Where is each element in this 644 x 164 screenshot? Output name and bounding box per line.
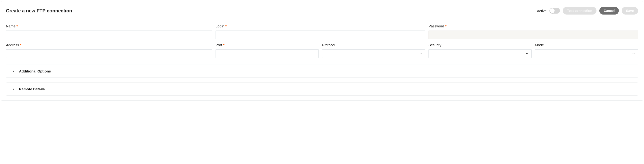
name-label-text: Name: [6, 24, 16, 28]
protocol-label-text: Protocol: [322, 43, 335, 47]
name-field-group: Name *: [6, 24, 212, 39]
required-mark: *: [16, 24, 18, 28]
mode-label-text: Mode: [535, 43, 544, 47]
toggle-knob: [550, 8, 555, 13]
login-label-text: Login: [216, 24, 224, 28]
port-label-text: Port: [216, 43, 222, 47]
login-input[interactable]: [216, 31, 425, 39]
mode-select[interactable]: [535, 49, 638, 58]
cancel-button[interactable]: Cancel: [599, 7, 619, 15]
mode-label: Mode: [535, 43, 638, 47]
ftp-connection-form: Create a new FTP connection Active Test …: [1, 1, 643, 101]
address-label-text: Address: [6, 43, 19, 47]
password-input[interactable]: [428, 31, 638, 39]
port-label: Port *: [216, 43, 319, 47]
form-header: Create a new FTP connection Active Test …: [6, 7, 638, 15]
active-toggle[interactable]: [550, 8, 560, 14]
mode-field-group: Mode: [535, 43, 638, 58]
name-input[interactable]: [6, 31, 212, 39]
additional-options-section[interactable]: Additional Options: [6, 65, 638, 78]
save-button[interactable]: Save: [622, 7, 638, 15]
address-input[interactable]: [6, 49, 212, 58]
required-mark: *: [20, 43, 22, 47]
password-label: Password *: [428, 24, 638, 28]
additional-options-title: Additional Options: [19, 69, 51, 73]
security-label: Security: [428, 43, 532, 47]
required-mark: *: [223, 43, 224, 47]
test-connection-button[interactable]: Test connection: [563, 7, 596, 15]
port-field-group: Port *: [216, 43, 319, 58]
protocol-select[interactable]: [322, 49, 425, 58]
security-label-text: Security: [428, 43, 441, 47]
protocol-field-group: Protocol: [322, 43, 425, 58]
address-field-group: Address *: [6, 43, 212, 58]
security-field-group: Security: [428, 43, 532, 58]
active-label: Active: [537, 9, 546, 13]
login-field-group: Login *: [216, 24, 425, 39]
chevron-right-icon: [12, 70, 15, 73]
remote-details-title: Remote Details: [19, 87, 45, 91]
login-label: Login *: [216, 24, 425, 28]
password-field-group: Password *: [428, 24, 638, 39]
address-label: Address *: [6, 43, 212, 47]
page-title: Create a new FTP connection: [6, 8, 72, 14]
protocol-label: Protocol: [322, 43, 425, 47]
remote-details-section[interactable]: Remote Details: [6, 83, 638, 96]
required-mark: *: [225, 24, 227, 28]
password-label-text: Password: [428, 24, 444, 28]
fields-grid: Name * Login * Password * Address *: [6, 24, 638, 58]
name-label: Name *: [6, 24, 212, 28]
header-actions: Active Test connection Cancel Save: [537, 7, 638, 15]
required-mark: *: [445, 24, 446, 28]
chevron-right-icon: [12, 88, 15, 91]
port-input[interactable]: [216, 49, 319, 58]
security-select[interactable]: [428, 49, 532, 58]
